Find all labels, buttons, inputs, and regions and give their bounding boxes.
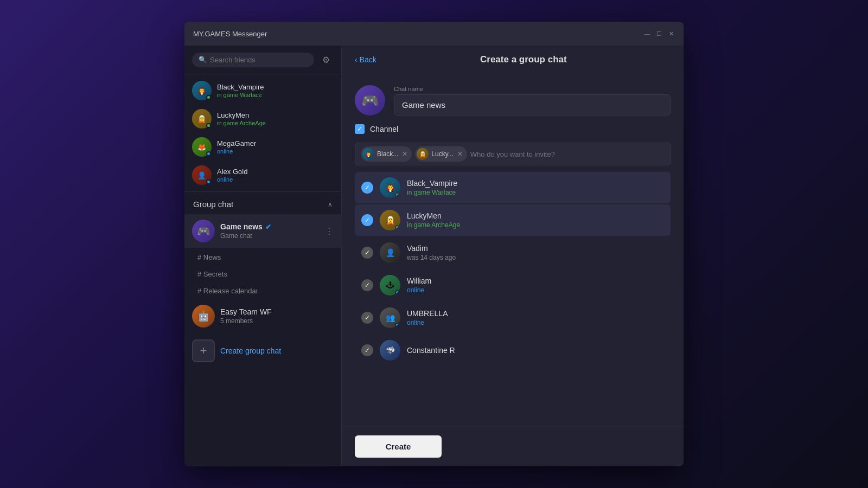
contact-status: online bbox=[407, 319, 448, 326]
back-button[interactable]: ‹ Back bbox=[355, 55, 376, 64]
group-section: Group chat ∧ 🎮 Game news ✔ Game chat ⋮ bbox=[184, 192, 341, 466]
status-dot bbox=[395, 290, 400, 295]
friend-name: LuckyMen bbox=[217, 111, 266, 119]
contact-avatar-black-vampire: 🧛 bbox=[380, 177, 400, 198]
contact-info-constantine: Constantine R bbox=[407, 346, 455, 355]
group-header: Group chat ∧ bbox=[184, 192, 341, 214]
contact-list: ✓ 🧛 Black_Vampire in game Warface bbox=[355, 172, 671, 366]
status-dot bbox=[395, 225, 400, 230]
invitee-tag-black-vampire: 🧛 Black... ✕ bbox=[361, 146, 412, 162]
contact-status: in game ArcheAge bbox=[407, 221, 460, 229]
contact-item-luckyman[interactable]: ✓ 🧝 LuckyMen in game ArcheAge bbox=[355, 204, 671, 236]
invitee-name-lucky: Lucky... bbox=[431, 150, 453, 158]
right-body: 🎮 Chat name ✓ Channel 🧛 bbox=[342, 74, 684, 426]
friend-item-alexgold[interactable]: 👤 Alex Gold online bbox=[184, 161, 341, 189]
contact-name: William bbox=[407, 277, 431, 285]
contact-name: LuckyMen bbox=[407, 211, 460, 220]
check-icon: ✓ bbox=[365, 314, 370, 322]
contact-info-black-vampire: Black_Vampire in game Warface bbox=[407, 179, 457, 196]
create-button[interactable]: Create bbox=[355, 435, 442, 458]
contact-avatar-vadim: 👤 bbox=[380, 242, 400, 263]
invite-row: 🧛 Black... ✕ 🧝 Lucky... ✕ bbox=[355, 143, 671, 165]
left-panel: 🔍 ⚙ 🧛 Black_Vampire in game Warface bbox=[184, 46, 342, 466]
check-icon: ✓ bbox=[365, 184, 370, 191]
group-chat-sub: Game chat bbox=[220, 232, 320, 240]
channel-item-secrets[interactable]: # Secrets bbox=[184, 266, 341, 282]
more-options-button[interactable]: ⋮ bbox=[325, 226, 334, 236]
search-bar: 🔍 ⚙ bbox=[184, 46, 341, 74]
friend-item-luckyman[interactable]: 🧝 LuckyMen in game ArcheAge bbox=[184, 105, 341, 133]
friend-list: 🧛 Black_Vampire in game Warface 🧝 LuckyM bbox=[184, 74, 341, 192]
friend-item-megagamer[interactable]: 🦊 MegaGamer online bbox=[184, 133, 341, 161]
invitee-tag-lucky: 🧝 Lucky... ✕ bbox=[415, 146, 467, 162]
contact-name: Vadim bbox=[407, 244, 456, 253]
contact-info-umbrella: UMBRELLA online bbox=[407, 309, 448, 326]
friend-name: MegaGamer bbox=[217, 139, 256, 147]
other-group-avatar: 🤖 bbox=[192, 305, 215, 328]
chat-name-row: 🎮 Chat name bbox=[355, 85, 671, 115]
contact-item-william[interactable]: ✓ 🕹 William online bbox=[355, 269, 671, 301]
right-header: ‹ Back Create a group chat bbox=[342, 46, 684, 74]
group-header-chevron-icon[interactable]: ∧ bbox=[328, 201, 333, 208]
contact-item-black-vampire[interactable]: ✓ 🧛 Black_Vampire in game Warface bbox=[355, 172, 671, 203]
create-group-label: Create group chat bbox=[220, 346, 281, 355]
contact-status: online bbox=[407, 286, 431, 294]
search-input[interactable] bbox=[210, 56, 308, 64]
maximize-button[interactable]: ☐ bbox=[655, 30, 663, 37]
avatar-wrap: 🧛 bbox=[192, 81, 212, 100]
friend-name: Alex Gold bbox=[217, 168, 247, 176]
app-window: MY.GAMES Messenger — ☐ ✕ 🔍 ⚙ 🧛 bbox=[184, 22, 684, 466]
contact-item-constantine[interactable]: ✓ 🦈 Constantine R bbox=[355, 335, 671, 366]
close-button[interactable]: ✕ bbox=[667, 30, 675, 37]
verified-badge-icon: ✔ bbox=[265, 223, 271, 231]
remove-invitee-lucky[interactable]: ✕ bbox=[457, 150, 463, 158]
chat-name-input[interactable] bbox=[394, 94, 671, 115]
status-dot-blue bbox=[206, 151, 211, 156]
status-dot bbox=[395, 323, 400, 328]
remove-invitee-black-vampire[interactable]: ✕ bbox=[402, 150, 407, 158]
channel-item-release[interactable]: # Release calendar bbox=[184, 282, 341, 299]
avatar-wrap: 🧝 bbox=[192, 109, 212, 129]
window-controls: — ☐ ✕ bbox=[643, 30, 675, 37]
friend-info: MegaGamer online bbox=[217, 139, 256, 155]
contact-avatar-william: 🕹 bbox=[380, 275, 400, 296]
right-panel: ‹ Back Create a group chat 🎮 Chat name bbox=[342, 46, 684, 466]
check-icon: ✓ bbox=[365, 249, 370, 256]
avatar-wrap: 🦊 bbox=[192, 137, 212, 157]
group-item-easy-team[interactable]: 🤖 Easy Team WF 5 members bbox=[184, 299, 341, 333]
other-group-sub: 5 members bbox=[220, 317, 272, 325]
friend-name: Black_Vampire bbox=[217, 83, 264, 91]
settings-button[interactable]: ⚙ bbox=[318, 52, 334, 67]
titlebar: MY.GAMES Messenger — ☐ ✕ bbox=[184, 22, 684, 46]
app-title: MY.GAMES Messenger bbox=[193, 30, 643, 38]
main-content: 🔍 ⚙ 🧛 Black_Vampire in game Warface bbox=[184, 46, 684, 466]
group-chat-avatar: 🎮 bbox=[192, 220, 215, 242]
check-icon: ✓ bbox=[365, 346, 370, 354]
invite-input[interactable] bbox=[470, 150, 665, 158]
contact-status: was 14 days ago bbox=[407, 254, 456, 261]
plus-icon: + bbox=[192, 339, 215, 362]
group-chat-info: Game news ✔ Game chat bbox=[220, 222, 320, 240]
friend-status: in game Warface bbox=[217, 92, 264, 98]
chat-avatar-large[interactable]: 🎮 bbox=[355, 85, 385, 115]
contact-item-vadim[interactable]: ✓ 👤 Vadim was 14 days ago bbox=[355, 237, 671, 268]
search-wrap[interactable]: 🔍 bbox=[192, 53, 314, 67]
channel-item-news[interactable]: # News bbox=[184, 249, 341, 266]
contact-info-vadim: Vadim was 14 days ago bbox=[407, 244, 456, 261]
contact-item-umbrella[interactable]: ✓ 👥 UMBRELLA online bbox=[355, 302, 671, 333]
group-section-label: Group chat bbox=[193, 200, 233, 209]
contact-check-black-vampire: ✓ bbox=[361, 182, 373, 194]
panel-title: Create a group chat bbox=[376, 54, 671, 65]
chat-name-label: Chat name bbox=[394, 86, 671, 92]
right-header-wrap: ‹ Back Create a group chat bbox=[355, 54, 671, 65]
status-dot bbox=[395, 192, 400, 197]
contact-check-william: ✓ bbox=[361, 279, 373, 291]
friend-item-black-vampire[interactable]: 🧛 Black_Vampire in game Warface bbox=[184, 76, 341, 105]
group-chat-item-game-news[interactable]: 🎮 Game news ✔ Game chat ⋮ bbox=[184, 214, 341, 248]
contact-avatar-umbrella: 👥 bbox=[380, 307, 400, 328]
other-group-name: Easy Team WF bbox=[220, 307, 272, 316]
channel-checkbox[interactable]: ✓ bbox=[355, 124, 365, 134]
check-icon: ✓ bbox=[357, 125, 362, 133]
minimize-button[interactable]: — bbox=[643, 30, 651, 37]
create-group-chat[interactable]: + Create group chat bbox=[184, 333, 341, 369]
